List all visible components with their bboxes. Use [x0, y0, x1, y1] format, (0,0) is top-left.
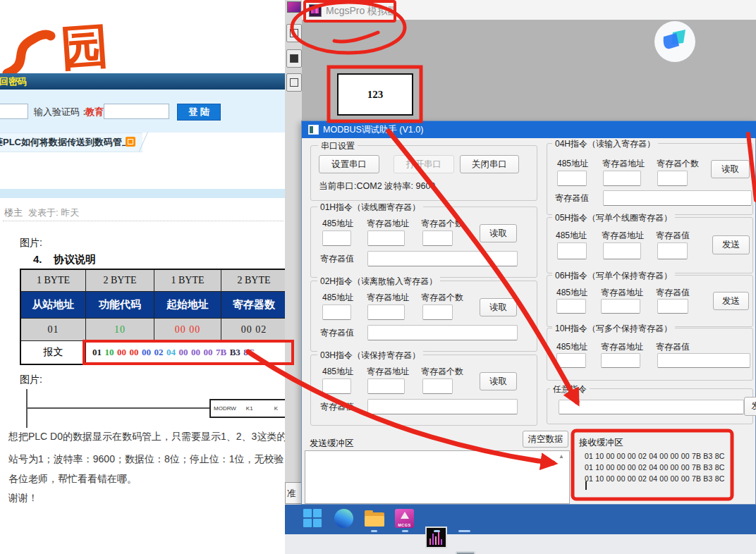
scrollbar-up-icon[interactable]: ▲ [559, 453, 564, 460]
table-cell: 00 00 [154, 319, 221, 341]
table-cell: 1 BYTE [21, 270, 86, 292]
file-explorer-icon[interactable] [365, 510, 384, 527]
section-number: 4. [33, 253, 42, 265]
any-send-button[interactable]: 发送 [744, 397, 756, 416]
04h-input-2[interactable] [603, 171, 641, 186]
post-time: 发表于: 昨天 [28, 207, 79, 219]
captcha-input[interactable] [104, 104, 169, 119]
breadcrumb: 菱PLC如何将数据传送到数码管上 [0, 133, 142, 152]
post-paragraph-4: 谢谢！ [8, 492, 286, 505]
table-name-row: 从站地址功能代码起始地址寄存器数 [21, 292, 286, 319]
02h-value-input[interactable] [367, 325, 518, 340]
06h-input-1[interactable] [556, 299, 586, 314]
mcgs-toolbar-icon-3[interactable] [286, 73, 302, 92]
10h-field-label-3: 寄存器值 [656, 341, 690, 353]
06h-input-3[interactable] [657, 299, 688, 314]
03h-read-button[interactable]: 读取 [480, 372, 517, 390]
set-serial-button[interactable]: 设置串口 [319, 155, 379, 173]
table-cell: 功能代码 [86, 292, 154, 319]
03h-input-3[interactable] [422, 378, 453, 394]
close-serial-button[interactable]: 关闭串口 [460, 155, 519, 173]
any-group-title: 任意指令 [550, 383, 590, 395]
table-cell: 2 BYTE [86, 270, 154, 292]
post-paragraph-1: 想把PLC D0的数据显示在数码管上，只需要显示1、2、3这类的 [8, 431, 286, 443]
04h-input-3[interactable] [657, 171, 688, 186]
table-cell: 10 [86, 319, 154, 341]
06h-input-2[interactable] [601, 299, 640, 314]
01h-input-1[interactable] [322, 230, 351, 246]
table-cell: 2 BYTE [221, 270, 286, 292]
hex-token: 7B [216, 347, 226, 358]
02h-value-label: 寄存器值 [320, 327, 354, 339]
table-cell: 起始地址 [154, 292, 221, 319]
10h-group-title: 10H指令（写多个保持寄存器） [552, 323, 675, 335]
mcgs-toolbar-strip [285, 0, 303, 505]
01h-input-3[interactable] [422, 230, 453, 246]
05h-field-label-3: 寄存器值 [656, 230, 690, 242]
mcgs-toolbar-icon-1[interactable] [286, 24, 302, 42]
05h-input-1[interactable] [557, 242, 587, 259]
06h-field-label-1: 485地址 [556, 287, 587, 299]
mcgs-taskbar-icon[interactable]: MCGS [395, 509, 414, 528]
thread-share-icon[interactable] [126, 137, 135, 147]
start-button-icon[interactable] [303, 509, 322, 527]
03h-value-input[interactable] [367, 399, 518, 414]
03h-input-1[interactable] [322, 378, 351, 394]
send-buffer-textarea[interactable] [305, 450, 570, 504]
04h-value-input[interactable] [603, 190, 752, 206]
01h-value-input[interactable] [367, 251, 518, 266]
05h-send-button[interactable]: 发送 [712, 235, 750, 254]
modbus-taskbar-icon[interactable] [456, 551, 475, 554]
02h-input-3[interactable] [422, 304, 453, 320]
desktop-strip [285, 534, 756, 554]
thread-title-link[interactable]: 菱PLC如何将数据传送到数码管上 [0, 133, 142, 152]
receive-line-2: 01 10 00 00 00 02 04 00 00 00 7B B3 8C [585, 463, 725, 472]
05h-group-title: 05H指令（写单个线圈寄存器） [552, 212, 675, 224]
clear-data-button[interactable]: 清空数据 [523, 431, 568, 448]
03h-input-2[interactable] [367, 378, 405, 394]
table-value-row: 011000 0000 02 [21, 319, 286, 341]
edge-browser-icon[interactable] [334, 509, 353, 528]
05h-input-2[interactable] [603, 242, 641, 259]
table-cell: 从站地址 [21, 292, 86, 319]
ladder-instruction-box: MODRW K1 K [209, 399, 290, 418]
hex-token: 00 [117, 347, 126, 358]
open-serial-button[interactable]: 打开串口 [394, 155, 454, 173]
hex-token: 00 [142, 347, 151, 358]
receive-buffer-label: 接收缓冲区 [579, 437, 623, 449]
06h-group-title: 06H指令（写单个保持寄存器） [552, 270, 675, 282]
table-cell: 1 BYTE [154, 270, 221, 292]
login-button[interactable]: 登 陆 [177, 104, 221, 121]
01h-group-title: 01H指令（读线圈寄存器） [317, 202, 423, 214]
04h-group-title: 04H指令（读输入寄存器） [552, 138, 658, 150]
04h-read-button[interactable]: 读取 [711, 160, 750, 178]
02h-input-2[interactable] [367, 304, 405, 320]
01h-read-button[interactable]: 读取 [480, 224, 517, 242]
table-size-row: 1 BYTE2 BYTE1 BYTE2 BYTE [21, 270, 286, 292]
navbar-find-password-link[interactable]: 找回密码 [0, 73, 285, 90]
02h-input-1[interactable] [322, 304, 351, 320]
05h-input-3[interactable] [657, 242, 688, 259]
any-input-1[interactable] [559, 400, 744, 414]
01h-field-label-3: 寄存器个数 [421, 218, 463, 230]
10h-input-2[interactable] [601, 353, 640, 368]
02h-read-button[interactable]: 读取 [480, 298, 517, 316]
mcgs-window-title: McgsPro 模拟器 [326, 5, 397, 18]
10h-input-3[interactable] [657, 353, 750, 368]
post-author: 楼主 [4, 207, 23, 219]
table-cell: 01 [21, 319, 86, 341]
post-divider [3, 221, 284, 221]
06h-field-label-2: 寄存器地址 [601, 287, 643, 299]
taskbar [285, 505, 756, 534]
01h-input-2[interactable] [367, 230, 405, 246]
04h-field-label-2: 寄存器地址 [602, 158, 645, 170]
seven-seg-display-box: 123 [337, 73, 413, 116]
06h-send-button[interactable]: 发送 [713, 292, 749, 310]
01h-value-label: 寄存器值 [320, 253, 354, 265]
table-message-row: 报文 011000000002040000007BB38C [21, 341, 286, 364]
10h-input-1[interactable] [556, 353, 586, 368]
ladder-instruction: MODRW [214, 405, 236, 412]
username-field[interactable] [0, 104, 28, 119]
04h-input-1[interactable] [557, 171, 587, 186]
mcgs-toolbar-icon-2[interactable] [286, 49, 302, 68]
